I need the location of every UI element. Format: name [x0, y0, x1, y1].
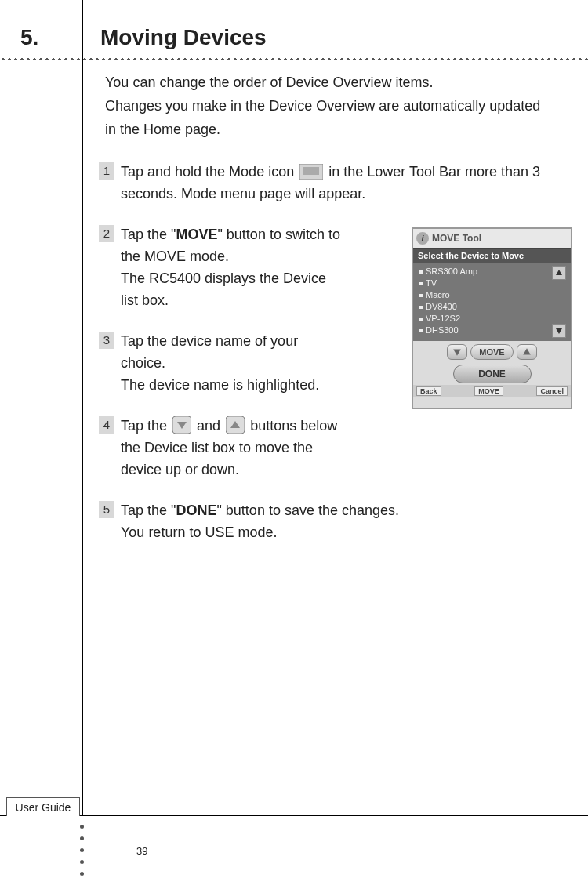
cancel-label: Cancel — [536, 386, 568, 396]
step-text: Tap the "DONE" button to save the change… — [121, 499, 399, 543]
section-title: Moving Devices — [100, 25, 267, 50]
step-5: 5 Tap the "DONE" button to save the chan… — [99, 499, 573, 543]
list-item: Macro — [416, 289, 568, 301]
move-button-row: MOVE — [413, 341, 571, 363]
text: Tap and hold the Mode icon — [121, 164, 298, 180]
text: Tap the device name of your choice. — [121, 333, 298, 371]
text: You return to USE mode. — [121, 524, 277, 540]
text: Tap the " — [121, 503, 176, 518]
info-icon: i — [416, 232, 429, 245]
device-screenshot: i MOVE Tool Select the Device to Move SR… — [412, 227, 572, 409]
text: Tap the — [121, 418, 171, 434]
step-number: 2 — [99, 225, 114, 242]
back-label: Back — [416, 386, 441, 396]
device-list: SRS300 Amp TV Macro DV8400 VP-12S2 DHS30… — [413, 263, 571, 341]
horizontal-rule — [0, 815, 588, 816]
text: " button to save the changes. — [216, 503, 399, 518]
vertical-dots — [80, 825, 84, 876]
text: The device name is highlighted. — [121, 377, 319, 393]
text: Tap the " — [121, 227, 176, 242]
up-arrow-icon — [226, 416, 245, 434]
svg-marker-8 — [453, 349, 461, 355]
move-button: MOVE — [470, 344, 513, 360]
list-item: SRS300 Amp — [416, 266, 568, 278]
svg-marker-6 — [556, 270, 562, 275]
step-number: 3 — [99, 332, 114, 349]
step-text: Tap the "MOVE" button to switch to the M… — [121, 223, 340, 311]
move-up-icon — [517, 344, 537, 360]
list-item: VP-12S2 — [416, 313, 568, 325]
list-item: TV — [416, 278, 568, 289]
svg-marker-9 — [523, 348, 531, 354]
step-text: Tap the and buttons below the Device lis… — [121, 415, 340, 481]
intro-p2: Changes you make in the Device Overview … — [105, 94, 544, 141]
down-arrow-icon — [172, 416, 191, 434]
step-number: 5 — [99, 501, 114, 518]
step-1: 1 Tap and hold the Mode icon in the Lowe… — [99, 161, 573, 205]
dotted-divider — [0, 58, 588, 60]
intro-block: You can change the order of Device Overv… — [105, 71, 544, 141]
scroll-down-icon — [552, 324, 566, 338]
vertical-rule — [82, 0, 83, 815]
step-number: 4 — [99, 416, 114, 434]
tab-mask — [7, 815, 79, 817]
user-guide-tab: User Guide — [6, 797, 80, 816]
text: The RC5400 displays the Device list box. — [121, 270, 326, 308]
done-button: DONE — [453, 365, 532, 383]
select-header: Select the Device to Move — [413, 248, 571, 263]
intro-p1: You can change the order of Device Overv… — [105, 71, 544, 94]
scroll-up-icon — [552, 266, 566, 280]
mode-icon — [299, 164, 323, 180]
screenshot-titlebar: i MOVE Tool — [413, 229, 571, 248]
step-text: Tap and hold the Mode icon in the Lower … — [121, 161, 560, 205]
page-number: 39 — [136, 845, 147, 857]
bold-text: MOVE — [176, 227, 217, 242]
move-down-icon — [447, 344, 467, 360]
svg-marker-7 — [556, 328, 562, 334]
bold-text: DONE — [176, 503, 216, 518]
mode-label: MOVE — [474, 386, 503, 396]
section-number: 5. — [20, 25, 38, 50]
step-number: 1 — [99, 162, 114, 180]
tool-title: MOVE Tool — [432, 233, 481, 244]
step-text: Tap the device name of your choice. The … — [121, 330, 340, 396]
text: and — [197, 418, 224, 434]
step-4: 4 Tap the and buttons below the Device l… — [99, 415, 573, 481]
list-item: DV8400 — [416, 301, 568, 313]
svg-rect-1 — [303, 167, 319, 175]
screenshot-footer: Back MOVE Cancel — [413, 385, 571, 397]
list-item: DHS300 — [416, 325, 568, 336]
